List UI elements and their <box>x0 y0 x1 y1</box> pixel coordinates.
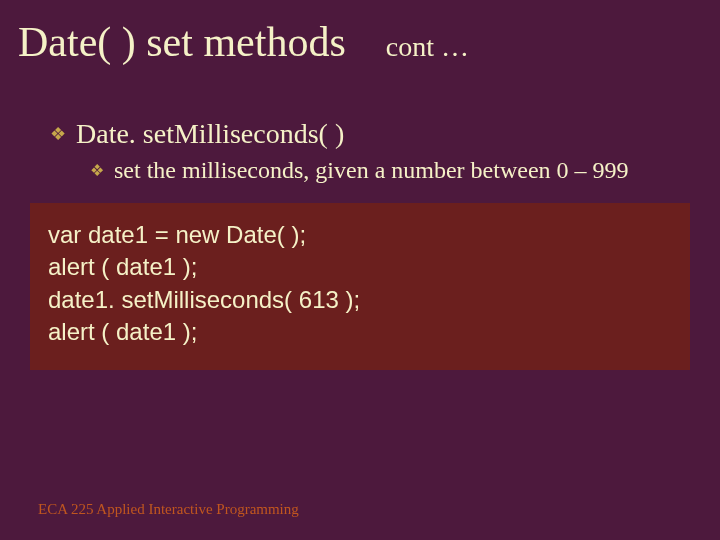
bullet-level-1: ❖ Date. setMilliseconds( ) <box>50 118 720 151</box>
code-line: date1. setMilliseconds( 613 ); <box>48 284 672 316</box>
slide-footer: ECA 225 Applied Interactive Programming <box>38 501 299 518</box>
bullet-level-2-text: set the milliseconds, given a number bet… <box>114 157 629 184</box>
code-block: var date1 = new Date( ); alert ( date1 )… <box>30 203 690 371</box>
diamond-bullet-icon: ❖ <box>90 157 104 185</box>
code-line: alert ( date1 ); <box>48 316 672 348</box>
code-line: alert ( date1 ); <box>48 251 672 283</box>
slide-continuation: cont … <box>386 31 469 63</box>
code-line: var date1 = new Date( ); <box>48 219 672 251</box>
bullet-level-2: ❖ set the milliseconds, given a number b… <box>90 157 720 185</box>
title-row: Date( ) set methods cont … <box>0 0 720 66</box>
bullet-level-1-text: Date. setMilliseconds( ) <box>76 118 344 150</box>
slide-title: Date( ) set methods <box>18 18 346 66</box>
diamond-bullet-icon: ❖ <box>50 118 66 151</box>
